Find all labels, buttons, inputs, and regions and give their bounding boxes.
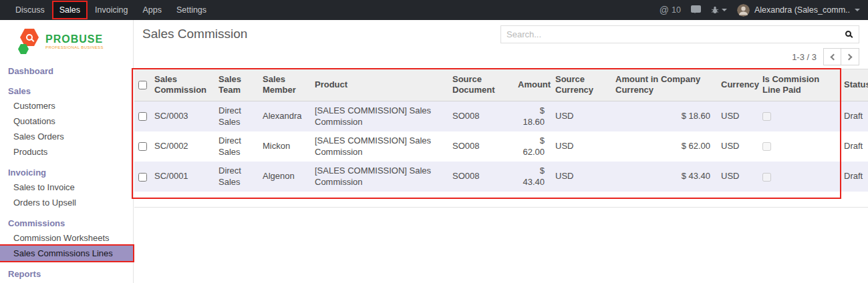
table-row[interactable]: SC/0003 Direct Sales Alexandra [SALES CO… — [134, 101, 868, 131]
cell-source-document: SO008 — [447, 101, 513, 131]
logo-subtitle: PROFESSIONAL BUSINESS — [45, 45, 104, 49]
search-input[interactable] — [501, 29, 841, 39]
column-header-product[interactable]: Product — [309, 69, 447, 101]
cell-amount: $ 18.60 — [513, 101, 550, 131]
row-select-checkbox[interactable] — [138, 112, 147, 121]
cell-sales-member: Alexandra — [257, 101, 309, 131]
cell-is-paid — [757, 101, 839, 131]
user-name: Alexandra (Sales_comm.. — [754, 5, 850, 15]
topbar: Discuss Sales Invoicing Apps Settings @ … — [0, 0, 868, 20]
cell-sales-team: Direct Sales — [213, 101, 257, 131]
menu-apps[interactable]: Apps — [135, 0, 169, 20]
column-header-is-commission-line-paid[interactable]: Is Commision Line Paid — [757, 69, 839, 101]
column-header-sales-commission[interactable]: Sales Commission — [149, 69, 213, 101]
paid-checkbox — [762, 142, 771, 151]
menu-discuss[interactable]: Discuss — [8, 0, 52, 20]
sidebar-item-sales-orders[interactable]: Sales Orders — [0, 129, 133, 144]
pager-next-button[interactable] — [841, 48, 859, 65]
cell-source-document: SO008 — [447, 162, 513, 192]
column-header-amount[interactable]: Amount — [513, 69, 550, 101]
sidebar-item-sales-commissions-lines[interactable]: Sales Commissions Lines — [0, 246, 133, 261]
app-menu: Discuss Sales Invoicing Apps Settings — [0, 0, 214, 20]
magnifier-hexagon-icon — [20, 29, 39, 46]
mentions-indicator[interactable]: @ 10 — [660, 5, 681, 15]
cell-is-paid — [757, 162, 839, 192]
cell-amount: $ 43.40 — [513, 162, 550, 192]
paid-checkbox — [762, 173, 771, 182]
menu-settings[interactable]: Settings — [169, 0, 214, 20]
cell-source-currency: USD — [550, 131, 610, 162]
pager-previous-button[interactable] — [823, 48, 841, 65]
topbar-systray: @ 10 Alexandra (Sales_comm.. — [660, 0, 868, 20]
select-all-cell — [134, 69, 149, 101]
sidebar-item-customers[interactable]: Customers — [0, 98, 133, 113]
column-header-source-document[interactable]: Source Document — [447, 69, 513, 101]
cell-sales-member: Algenon — [257, 162, 309, 192]
commission-lines-table: Sales Commission Sales Team Sales Member… — [134, 69, 868, 192]
table-row[interactable]: SC/0001 Direct Sales Algenon [SALES COMM… — [134, 162, 868, 192]
bug-icon — [711, 6, 719, 14]
sidebar-item-quotations[interactable]: Quotations — [0, 113, 133, 129]
cell-is-paid — [757, 131, 839, 162]
cell-sales-member: Mickon — [257, 131, 309, 162]
sidebar-item-products[interactable]: Products — [0, 144, 133, 160]
nav-section-invoicing: Invoicing Sales to Invoice Orders to Ups… — [0, 165, 133, 210]
mention-count: 10 — [672, 5, 681, 15]
cell-currency: USD — [716, 162, 757, 192]
cell-product: [SALES COMMISSION] Sales Commission — [309, 131, 447, 162]
user-menu[interactable]: Alexandra (Sales_comm.. — [737, 4, 860, 17]
chevron-down-icon — [855, 9, 860, 11]
cell-sales-commission: SC/0003 — [149, 101, 213, 131]
cell-currency: USD — [716, 131, 757, 162]
column-header-currency[interactable]: Currency — [716, 69, 757, 101]
search-icon[interactable] — [841, 26, 859, 43]
column-header-amount-company-currency[interactable]: Amount in Company Currency — [610, 69, 716, 101]
sidebar-heading-reports[interactable]: Reports — [0, 266, 133, 281]
logo-hexagons — [20, 29, 40, 54]
column-header-sales-team[interactable]: Sales Team — [213, 69, 257, 101]
column-header-source-currency[interactable]: Source Currency — [550, 69, 610, 101]
table-header-row: Sales Commission Sales Team Sales Member… — [134, 69, 868, 101]
menu-sales[interactable]: Sales — [52, 1, 88, 19]
cell-sales-commission: SC/0002 — [149, 131, 213, 162]
messages-button[interactable] — [691, 5, 701, 15]
page-title: Sales Commission — [142, 27, 247, 41]
at-icon: @ — [660, 5, 669, 15]
row-select-checkbox[interactable] — [138, 173, 147, 182]
table-bottom-divider — [134, 207, 868, 208]
cell-amount-company-currency: $ 43.40 — [610, 162, 716, 192]
cell-amount-company-currency: $ 18.60 — [610, 101, 716, 131]
sidebar-heading-invoicing[interactable]: Invoicing — [0, 165, 133, 180]
chat-icon — [691, 5, 701, 13]
cell-amount-company-currency: $ 62.00 — [610, 131, 716, 162]
cell-sales-team: Direct Sales — [213, 162, 257, 192]
sidebar-heading-dashboard[interactable]: Dashboard — [0, 63, 133, 78]
sidebar: PROBUSE PROFESSIONAL BUSINESS Dashboard … — [0, 20, 134, 283]
row-select-checkbox[interactable] — [138, 142, 147, 151]
avatar — [737, 4, 750, 17]
chevron-down-icon — [722, 9, 727, 11]
search-box — [500, 25, 859, 43]
table-row[interactable]: SC/0002 Direct Sales Mickon [SALES COMMI… — [134, 131, 868, 162]
chevron-right-icon — [846, 53, 853, 60]
sidebar-item-sales-to-invoice[interactable]: Sales to Invoice — [0, 180, 133, 195]
debug-menu[interactable] — [711, 6, 727, 14]
cell-source-currency: USD — [550, 101, 610, 131]
column-header-status[interactable]: Status — [839, 69, 868, 101]
nav-section-commissions: Commissions Commission Worksheets Sales … — [0, 216, 133, 261]
sidebar-heading-commissions[interactable]: Commissions — [0, 216, 133, 230]
sidebar-item-commission-worksheets[interactable]: Commission Worksheets — [0, 230, 133, 246]
column-header-sales-member[interactable]: Sales Member — [257, 69, 309, 101]
pager-range: 1-3 / 3 — [792, 52, 817, 62]
sidebar-heading-sales[interactable]: Sales — [0, 83, 133, 98]
cell-currency: USD — [716, 101, 757, 131]
cell-product: [SALES COMMISSION] Sales Commission — [309, 162, 447, 192]
sidebar-item-orders-to-upsell[interactable]: Orders to Upsell — [0, 195, 133, 210]
cell-amount: $ 62.00 — [513, 131, 550, 162]
nav-section-sales: Sales Customers Quotations Sales Orders … — [0, 83, 133, 160]
nav-section-reports: Reports Sales — [0, 266, 133, 283]
menu-invoicing[interactable]: Invoicing — [88, 0, 135, 20]
main-content: Sales Commission 1-3 / 3 Sales Commis — [134, 20, 868, 283]
select-all-checkbox[interactable] — [138, 81, 147, 89]
list-view: Sales Commission Sales Team Sales Member… — [134, 69, 868, 192]
